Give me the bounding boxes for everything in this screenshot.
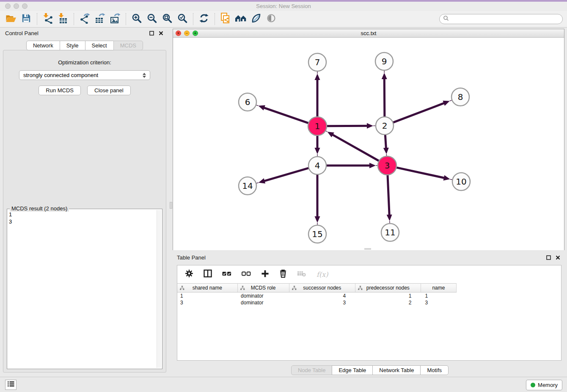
memory-button[interactable]: Memory bbox=[526, 380, 562, 390]
graph-node-label: 8 bbox=[458, 92, 463, 102]
export-image-icon bbox=[110, 13, 121, 25]
table-tabs: Node Table Edge Table Network Table Moti… bbox=[173, 365, 567, 375]
delete-column-button[interactable] bbox=[279, 269, 287, 279]
search-input[interactable] bbox=[449, 15, 562, 23]
houses-icon bbox=[235, 13, 247, 25]
result-item[interactable]: 3 bbox=[9, 218, 155, 225]
result-item[interactable]: 1 bbox=[9, 211, 155, 218]
delete-table-button-disabled bbox=[297, 270, 306, 279]
network-canvas[interactable]: 1234678910111415 bbox=[173, 38, 564, 250]
status-bar: Memory bbox=[0, 377, 567, 392]
graph-node-label: 2 bbox=[382, 121, 388, 131]
node-table-panel: f(x) shared name MCDS role successor nod… bbox=[177, 265, 561, 361]
graph-node-label: 14 bbox=[242, 181, 253, 191]
network-graph[interactable]: 1234678910111415 bbox=[173, 38, 564, 250]
run-mcds-button[interactable]: Run MCDS bbox=[39, 86, 81, 95]
table-settings-button[interactable] bbox=[185, 269, 193, 279]
zoom-in-button[interactable] bbox=[129, 12, 144, 26]
show-graphics-details-button[interactable] bbox=[264, 12, 279, 26]
column-header-predecessor-nodes[interactable]: predecessor nodes bbox=[355, 284, 421, 293]
network-close-button[interactable]: × bbox=[176, 30, 181, 36]
control-panel: Control Panel Network Style Select MCDS … bbox=[0, 28, 169, 377]
graph-node-label: 11 bbox=[385, 227, 395, 237]
tab-edge-table[interactable]: Edge Table bbox=[332, 365, 373, 375]
graph-node-label: 3 bbox=[385, 160, 390, 171]
minimize-window-button[interactable] bbox=[14, 3, 19, 9]
open-folder-icon bbox=[6, 14, 17, 25]
maximize-window-button[interactable] bbox=[22, 3, 28, 9]
search-icon bbox=[443, 15, 449, 23]
mcds-result-group: MCDS result (2 nodes) 13 bbox=[7, 209, 162, 369]
tab-select[interactable]: Select bbox=[85, 41, 114, 50]
deselect-all-button[interactable] bbox=[242, 270, 251, 279]
pane-divider-handle[interactable] bbox=[364, 248, 371, 250]
vertical-splitter[interactable] bbox=[169, 28, 173, 377]
toolbar-separator bbox=[37, 13, 37, 25]
refresh-icon bbox=[199, 13, 209, 25]
criterion-value: strongly connected component bbox=[23, 72, 98, 78]
save-session-button[interactable] bbox=[19, 12, 34, 26]
new-network-from-selection-button[interactable] bbox=[218, 12, 233, 26]
list-icon bbox=[8, 381, 14, 389]
import-network-button[interactable] bbox=[40, 12, 55, 26]
network-maximize-button[interactable]: + bbox=[193, 30, 198, 36]
close-panel-icon[interactable] bbox=[157, 30, 164, 36]
graph-node-label: 1 bbox=[315, 121, 320, 131]
tab-node-table[interactable]: Node Table bbox=[291, 365, 333, 375]
open-session-button[interactable] bbox=[3, 12, 19, 26]
window-controls[interactable] bbox=[5, 3, 28, 9]
first-neighbors-button[interactable] bbox=[233, 12, 248, 26]
splitter-grip[interactable] bbox=[170, 202, 172, 209]
column-header-successor-nodes[interactable]: successor nodes bbox=[289, 284, 355, 293]
search-box[interactable] bbox=[439, 14, 563, 24]
export-image-button[interactable] bbox=[107, 12, 123, 26]
tab-network[interactable]: Network bbox=[26, 41, 60, 50]
table-row[interactable]: 1dominator411 bbox=[177, 293, 457, 299]
zoom-fit-button[interactable] bbox=[160, 12, 175, 26]
tree-icon bbox=[292, 286, 297, 292]
select-all-button[interactable] bbox=[222, 270, 231, 279]
close-panel-button[interactable]: Close panel bbox=[87, 86, 131, 95]
zoom-out-button[interactable] bbox=[144, 12, 160, 26]
table-close-icon[interactable] bbox=[554, 254, 561, 261]
criterion-select[interactable]: strongly connected component bbox=[19, 70, 150, 80]
import-table-button[interactable] bbox=[55, 12, 71, 26]
select-chevrons-icon bbox=[143, 73, 146, 78]
tab-motifs[interactable]: Motifs bbox=[420, 365, 449, 375]
export-table-button[interactable] bbox=[92, 12, 107, 26]
close-window-button[interactable] bbox=[5, 3, 11, 9]
result-scrollbar[interactable] bbox=[157, 210, 161, 368]
tab-mcds[interactable]: MCDS bbox=[113, 41, 143, 50]
network-view-window: × − + scc.txt 1234678910111415 bbox=[173, 29, 564, 250]
add-column-button[interactable] bbox=[261, 270, 269, 279]
export-table-icon bbox=[94, 13, 105, 25]
tab-network-table[interactable]: Network Table bbox=[372, 365, 421, 375]
graph-node-label: 7 bbox=[315, 57, 320, 67]
zoom-fit-icon bbox=[162, 13, 172, 25]
table-toolbar: f(x) bbox=[177, 265, 561, 283]
column-header-mcds-role[interactable]: MCDS role bbox=[237, 284, 289, 293]
zoom-in-icon bbox=[132, 13, 142, 25]
apply-layout-button[interactable] bbox=[196, 12, 212, 26]
style-button[interactable] bbox=[248, 12, 264, 26]
network-window-titlebar[interactable]: × − + scc.txt bbox=[173, 29, 564, 38]
float-panel-icon[interactable] bbox=[148, 30, 155, 36]
column-header-name[interactable]: name bbox=[421, 284, 456, 293]
mcds-panel: Optimization criterion: strongly connect… bbox=[3, 50, 166, 373]
export-network-button[interactable] bbox=[77, 12, 92, 26]
table-column-pane-button[interactable] bbox=[204, 269, 212, 279]
table-row[interactable]: 3dominator323 bbox=[177, 299, 457, 306]
graph-node-label: 15 bbox=[312, 229, 322, 239]
network-minimize-button[interactable]: − bbox=[184, 30, 190, 36]
tab-style[interactable]: Style bbox=[60, 41, 85, 50]
node-table: shared name MCDS role successor nodes pr… bbox=[177, 283, 457, 306]
control-panel-tabs: Network Style Select MCDS bbox=[0, 41, 169, 50]
mcds-result-list[interactable]: 13 bbox=[9, 211, 155, 367]
table-float-icon[interactable] bbox=[545, 254, 552, 261]
node-table-header-row[interactable]: shared name MCDS role successor nodes pr… bbox=[177, 284, 457, 293]
show-log-button[interactable] bbox=[5, 380, 17, 390]
column-header-shared-name[interactable]: shared name bbox=[177, 284, 237, 293]
zoom-selected-icon bbox=[177, 13, 187, 25]
zoom-selected-button[interactable] bbox=[175, 12, 190, 26]
main-titlebar: Session: New Session bbox=[0, 2, 567, 11]
